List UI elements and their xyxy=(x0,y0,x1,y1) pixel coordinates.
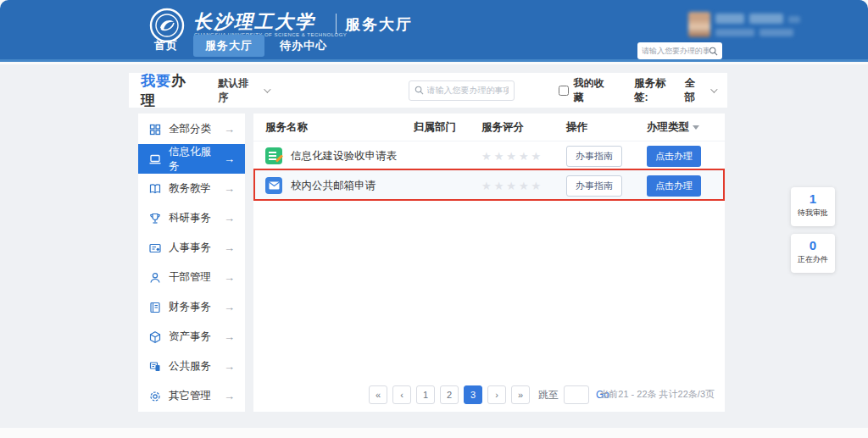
apply-button[interactable]: 点击办理 xyxy=(647,175,701,197)
service-name-cell: 信息化建设验收申请表 xyxy=(265,147,414,164)
col-process-type[interactable]: 办理类型 xyxy=(647,120,713,135)
person-icon xyxy=(148,271,162,285)
arrow-right-icon: → xyxy=(224,390,235,402)
jump-to-label: 跳至 xyxy=(538,388,559,402)
arrow-right-icon: → xyxy=(224,241,235,254)
arrow-right-icon: → xyxy=(224,301,235,313)
sidebar-item-other-management[interactable]: 其它管理 → xyxy=(138,381,245,411)
col-department: 归属部门 xyxy=(414,120,481,135)
table-row[interactable]: 信息化建设验收申请表 ★★★★★ 办事指南 点击办理 xyxy=(253,141,725,170)
nav-service-hall[interactable]: 服务大厅 xyxy=(193,35,264,57)
redacted-text xyxy=(715,14,744,24)
last-page-button[interactable]: » xyxy=(511,385,530,404)
chevron-down-icon xyxy=(264,86,270,92)
sidebar-item-cadre-management[interactable]: 干部管理 → xyxy=(138,263,245,292)
page-button-3-active[interactable]: 3 xyxy=(464,385,482,404)
redacted-text xyxy=(788,16,800,23)
avatar xyxy=(688,12,710,37)
arrow-right-icon: → xyxy=(224,152,235,165)
sidebar-item-it-services[interactable]: 信息化服务 → xyxy=(138,144,245,174)
service-hall-page: 长沙理工大学 CHANGSHA UNIVERSITY OF SCIENCE & … xyxy=(0,0,868,438)
sidebar-item-academic-affairs[interactable]: 教务教学 → xyxy=(138,174,245,203)
laptop-icon xyxy=(148,152,162,166)
service-list-card: 服务名称 归属部门 服务评分 操作 办理类型 信息化建设验收申请表 ★★★★★ … xyxy=(253,114,725,412)
grid-icon xyxy=(148,123,162,136)
rating-stars[interactable]: ★★★★★ xyxy=(481,180,566,192)
prev-page-button[interactable]: ‹ xyxy=(392,385,411,404)
category-sidebar: 全部分类 → 信息化服务 → 教务教学 → 科研事务 → 人事事务 → 干部管理… xyxy=(138,114,245,412)
col-rating: 服务评分 xyxy=(481,120,566,135)
main-nav: 首页 服务大厅 待办中心 xyxy=(146,35,336,57)
sidebar-item-asset-affairs[interactable]: 资产事务 → xyxy=(138,322,245,352)
table-row[interactable]: 校内公共邮箱申请 ★★★★★ 办事指南 点击办理 xyxy=(253,170,725,200)
ledger-icon xyxy=(148,301,162,314)
rating-stars[interactable]: ★★★★★ xyxy=(481,150,566,163)
sort-dropdown[interactable]: 默认排序 xyxy=(218,76,268,105)
redacted-text xyxy=(749,14,783,24)
pagination: « ‹ 1 2 3 › » 跳至 Go 当前21 - 22条 共计22条/3页 xyxy=(253,385,725,405)
search-icon xyxy=(415,86,424,95)
caret-down-icon xyxy=(693,125,699,130)
next-page-button[interactable]: › xyxy=(487,385,506,404)
brand-divider xyxy=(336,14,337,34)
table-header: 服务名称 归属部门 服务评分 操作 办理类型 xyxy=(253,114,725,141)
guide-button[interactable]: 办事指南 xyxy=(566,146,622,167)
header-search-box xyxy=(637,42,722,59)
arrow-right-icon: → xyxy=(224,182,235,195)
arrow-right-icon: → xyxy=(224,360,235,373)
mail-icon xyxy=(265,177,282,194)
arrow-right-icon: → xyxy=(224,123,235,136)
form-icon xyxy=(265,147,282,164)
nav-home[interactable]: 首页 xyxy=(146,35,186,57)
sidebar-item-public-services[interactable]: 公共服务 → xyxy=(138,352,245,381)
in-progress-badge[interactable]: 0 正在办件 xyxy=(791,234,835,273)
page-button-2[interactable]: 2 xyxy=(440,385,459,404)
service-search-input[interactable] xyxy=(427,86,509,95)
page-button-1[interactable]: 1 xyxy=(416,385,435,404)
favorites-checkbox[interactable] xyxy=(559,86,569,96)
gear-icon xyxy=(148,390,162,403)
user-info-redacted[interactable] xyxy=(688,10,798,41)
arrow-right-icon: → xyxy=(224,271,235,284)
page-title: 我要办理 xyxy=(141,71,201,110)
nav-todo-center[interactable]: 待办中心 xyxy=(271,35,336,57)
portal-title: 服务大厅 xyxy=(345,14,413,35)
search-icon[interactable] xyxy=(709,47,718,56)
pagination-summary: 当前21 - 22条 共计22条/3页 xyxy=(599,388,715,401)
service-name-cell: 校内公共邮箱申请 xyxy=(265,177,414,194)
redacted-text xyxy=(715,29,754,36)
chevron-down-icon xyxy=(710,86,717,92)
building-icon xyxy=(148,360,162,374)
first-page-button[interactable]: « xyxy=(369,385,387,404)
service-tags-dropdown[interactable]: 服务标签: 全部 xyxy=(634,76,715,105)
book-icon xyxy=(148,182,162,196)
jump-page-input[interactable] xyxy=(564,385,589,404)
sidebar-item-all-categories[interactable]: 全部分类 → xyxy=(138,114,245,144)
header-search-input[interactable] xyxy=(642,47,709,55)
university-name: 长沙理工大学 xyxy=(193,9,315,35)
header: 长沙理工大学 CHANGSHA UNIVERSITY OF SCIENCE & … xyxy=(0,0,868,62)
my-favorites-toggle[interactable]: 我的收藏 xyxy=(559,76,614,105)
arrow-right-icon: → xyxy=(224,212,235,225)
sidebar-item-research-affairs[interactable]: 科研事务 → xyxy=(138,203,245,233)
pending-approval-badge[interactable]: 1 待我审批 xyxy=(791,187,835,226)
idcard-icon xyxy=(148,241,162,255)
toolbar: 我要办理 默认排序 我的收藏 服务标签: 全部 xyxy=(129,73,727,108)
col-actions: 操作 xyxy=(566,120,647,135)
col-service-name: 服务名称 xyxy=(265,120,414,135)
service-search-box xyxy=(409,80,515,101)
trophy-icon xyxy=(148,212,162,225)
redacted-text xyxy=(760,29,793,36)
sidebar-item-financial-affairs[interactable]: 财务事务 → xyxy=(138,292,245,322)
arrow-right-icon: → xyxy=(224,330,235,343)
apply-button[interactable]: 点击办理 xyxy=(647,146,701,167)
guide-button[interactable]: 办事指南 xyxy=(566,175,622,197)
sidebar-item-personnel-affairs[interactable]: 人事事务 → xyxy=(138,233,245,263)
box-icon xyxy=(148,330,162,344)
